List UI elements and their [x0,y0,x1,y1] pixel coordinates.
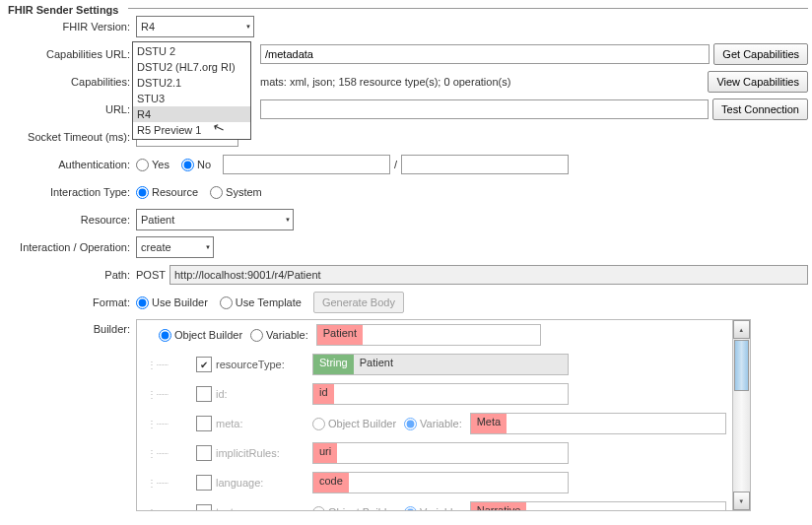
label-meta: meta: [216,418,312,429]
fhir-version-value: R4 [141,21,155,33]
capabilities-text: mats: xml, json; 158 resource type(s); 0… [260,76,510,88]
auth-no-radio[interactable] [181,159,194,171]
tag-code: code [313,473,349,492]
builder-var-radio[interactable] [250,329,263,342]
resource-label: Resource: [4,214,136,226]
meta-obj-radio[interactable] [312,418,325,430]
option-dstu2[interactable]: DSTU 2 [133,43,250,59]
val-meta[interactable] [507,414,725,433]
label-implicitrules: implicitRules: [216,447,312,459]
tag-uri: uri [313,443,337,463]
check-language[interactable] [196,475,212,491]
fhir-version-select[interactable]: R4 ▼ [136,16,254,37]
path-verb: POST [136,269,166,281]
format-builder-radio[interactable] [136,296,149,309]
option-dstu21[interactable]: DSTU2.1 [133,75,250,91]
interaction-op-select[interactable]: create ▼ [136,236,214,258]
tag-id: id [313,384,334,404]
interaction-op-label: Interaction / Operation: [4,241,136,253]
scroll-thumb[interactable] [734,340,749,391]
interaction-op-value: create [141,241,171,253]
builder-header-field[interactable] [363,325,540,345]
capabilities-url-label: Capabilities URL: [4,48,136,60]
label-id: id: [216,388,312,400]
path-label: Path: [4,269,136,281]
socket-timeout-label: Socket Timeout (ms): [4,131,136,143]
resource-value: Patient [141,214,174,226]
builder-panel: Object Builder Variable: Patient ⋮┈┈ res… [136,319,751,511]
val-implicitrules[interactable] [337,443,568,463]
auth-sep: / [394,159,397,170]
url-label: URL: [4,103,136,115]
itype-resource-radio[interactable] [136,186,149,199]
option-stu3[interactable]: STU3 [133,91,250,106]
builder-obj-radio[interactable] [159,329,171,342]
label-language: language: [216,477,312,489]
check-text[interactable] [196,504,212,510]
auth-pass-input[interactable] [401,155,569,174]
interaction-type-label: Interaction Type: [4,186,136,198]
builder-header-tag: Patient [317,325,363,345]
scroll-track[interactable] [733,392,750,492]
format-template-radio[interactable] [220,296,233,309]
scroll-up-icon[interactable]: ▲ [733,320,750,339]
capabilities-url-input[interactable] [260,44,710,64]
label-text: text: [216,506,312,510]
option-dstu2-hl7[interactable]: DSTU2 (HL7.org RI) [133,59,250,75]
text-var-radio[interactable] [404,506,417,511]
capabilities-label: Capabilities: [4,76,136,88]
option-r4[interactable]: R4 [133,106,250,122]
val-id[interactable] [334,384,568,404]
test-connection-button[interactable]: Test Connection [712,98,808,120]
val-language[interactable] [349,473,568,492]
url-input[interactable] [260,99,709,119]
fhir-version-dropdown[interactable]: DSTU 2 DSTU2 (HL7.org RI) DSTU2.1 STU3 R… [132,41,251,140]
resource-select[interactable]: Patient ▼ [136,209,294,230]
itype-system-radio[interactable] [210,186,223,199]
val-text[interactable] [526,502,724,510]
chevron-down-icon: ▼ [205,244,211,250]
auth-yes-radio[interactable] [136,159,149,171]
tag-string: String [313,355,354,374]
tag-narrative: Narrative [471,502,527,510]
val-resourcetype[interactable]: Patient [354,355,568,374]
check-implicitrules[interactable] [196,445,212,461]
scroll-down-icon[interactable]: ▼ [733,492,750,510]
chevron-down-icon: ▼ [245,24,251,30]
fhir-version-label: FHIR Version: [4,21,136,33]
view-capabilities-button[interactable]: View Capabilities [708,71,808,93]
builder-scrollbar[interactable]: ▲ ▼ [732,320,750,510]
label-resourcetype: resourceType: [216,359,312,370]
auth-user-input[interactable] [223,155,390,174]
option-r5[interactable]: R5 Preview 1 [133,122,250,138]
check-meta[interactable] [196,416,212,431]
format-label: Format: [4,296,136,308]
path-input [169,265,808,285]
generate-body-button: Generate Body [313,292,404,313]
chevron-down-icon: ▼ [285,217,291,223]
text-obj-radio[interactable] [312,506,325,511]
builder-label: Builder: [4,319,136,335]
get-capabilities-button[interactable]: Get Capabilities [713,43,808,65]
check-id[interactable] [196,386,212,402]
meta-var-radio[interactable] [404,418,417,430]
check-resourcetype[interactable] [196,357,212,372]
authentication-label: Authentication: [4,159,136,170]
tag-meta: Meta [471,414,507,433]
